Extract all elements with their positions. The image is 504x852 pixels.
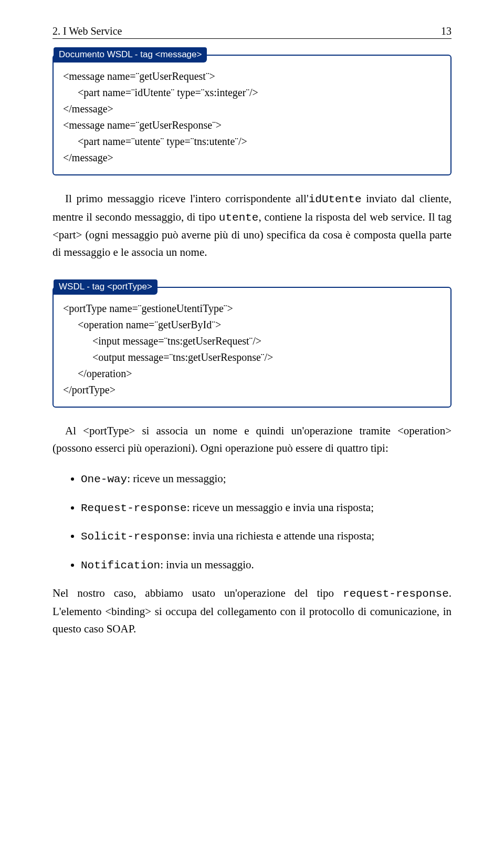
- text: : riceve un messaggio;: [127, 472, 226, 485]
- code-line: </message>: [63, 150, 441, 166]
- inline-code: idUtente: [309, 193, 362, 205]
- inline-code: Solicit-response: [81, 531, 187, 543]
- code-line: </portType>: [63, 382, 441, 398]
- code-box-porttype: WSDL - tag <portType> <portType name=¨ge…: [52, 287, 452, 408]
- code-line: </message>: [63, 101, 441, 117]
- code-line: <output message=¨tns:getUserResponse¨/>: [63, 349, 441, 366]
- text: Nel nostro caso, abbiamo usato un'operaz…: [52, 587, 343, 599]
- header-chapter: 2. I Web Service: [52, 25, 122, 37]
- paragraph-2: Al <portType> si associa un nome e quind…: [52, 422, 452, 456]
- inline-code: Notification: [81, 559, 160, 572]
- list-item: Notification: invia un messaggio.: [81, 556, 452, 575]
- code-line: <input message=¨tns:getUserRequest¨/>: [63, 333, 441, 349]
- list-item: Request-response: riceve un messaggio e …: [81, 499, 452, 517]
- code-line: <part name=¨idUtente¨ type=¨xs:integer¨/…: [63, 85, 441, 101]
- text: : invia una richiesta e attende una risp…: [187, 529, 374, 542]
- text: : invia un messaggio.: [160, 558, 254, 571]
- inline-code: One-way: [81, 473, 127, 485]
- list-item: One-way: riceve un messaggio;: [81, 470, 452, 489]
- code-line: </operation>: [63, 366, 441, 382]
- code-box-message-title: Documento WSDL - tag <message>: [54, 47, 207, 63]
- paragraph-3: Nel nostro caso, abbiamo usato un'operaz…: [52, 585, 452, 637]
- code-line: <part name=¨utente¨ type=¨tns:utente¨/>: [63, 133, 441, 150]
- header-page-number: 13: [441, 25, 452, 37]
- inline-code: Request-response: [81, 502, 187, 514]
- code-line: <message name=¨getUserResponse¨>: [63, 117, 441, 133]
- page-header: 2. I Web Service 13: [52, 25, 452, 39]
- code-box-message: Documento WSDL - tag <message> <message …: [52, 55, 452, 175]
- inline-code: utente: [219, 212, 259, 224]
- paragraph-1: Il primo messaggio riceve l'intero corri…: [52, 190, 452, 261]
- inline-code: request-response: [343, 588, 449, 600]
- text: Il primo messaggio riceve l'intero corri…: [65, 192, 309, 205]
- text: : riceve un messaggio e invia una rispos…: [187, 501, 374, 514]
- operation-types-list: One-way: riceve un messaggio; Request-re…: [52, 470, 452, 574]
- code-line: <message name=¨getUserRequest¨>: [63, 68, 441, 85]
- code-box-porttype-title: WSDL - tag <portType>: [54, 279, 158, 295]
- code-line: <operation name=¨getUserById¨>: [63, 317, 441, 333]
- list-item: Solicit-response: invia una richiesta e …: [81, 527, 452, 546]
- code-line: <portType name=¨gestioneUtentiType¨>: [63, 300, 441, 317]
